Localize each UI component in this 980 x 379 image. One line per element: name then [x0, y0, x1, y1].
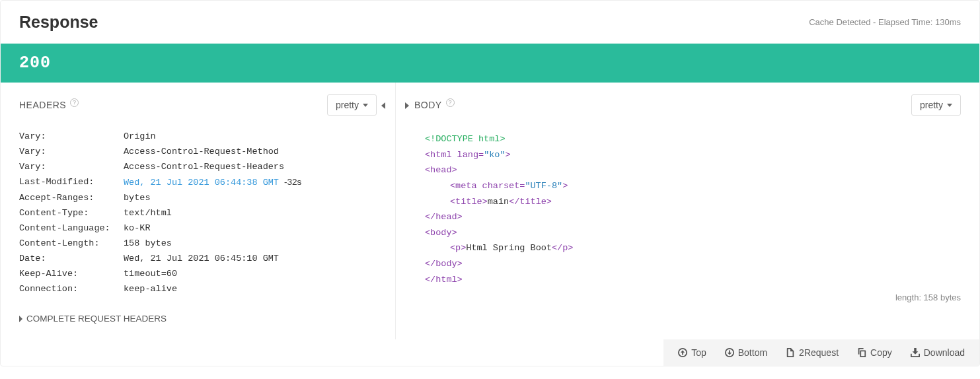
- body-length: length: 158 bytes: [414, 293, 961, 302]
- arrow-up-circle-icon: [678, 348, 687, 357]
- header-row: Vary: Access-Control-Request-Method: [19, 147, 377, 156]
- header-row: Last-Modified: Wed, 21 Jul 2021 06:44:38…: [19, 177, 377, 188]
- header-key: Vary:: [19, 131, 124, 141]
- complete-headers-label: COMPLETE REQUEST HEADERS: [26, 314, 167, 324]
- header-val: text/html: [124, 208, 172, 218]
- bottom-button[interactable]: Bottom: [725, 347, 767, 358]
- code-line: <title>main</title>: [425, 194, 961, 210]
- request-button[interactable]: 2Request: [786, 347, 839, 358]
- headers-title: HEADERS ?: [19, 100, 79, 110]
- code-line: <p>Html Spring Boot</p>: [425, 240, 961, 256]
- header-key: Last-Modified:: [19, 177, 124, 188]
- code-token: >: [506, 150, 511, 160]
- header-val: Access-Control-Request-Method: [124, 147, 279, 156]
- download-label: Download: [924, 347, 965, 358]
- page-title: Response: [19, 13, 98, 32]
- footer-actions: Top Bottom 2Request Copy Download: [663, 339, 979, 366]
- header-row: Vary: Access-Control-Request-Headers: [19, 162, 377, 172]
- code-line: </head>: [425, 209, 961, 225]
- header-age: -32s: [284, 177, 301, 187]
- header-key: Keep-Alive:: [19, 269, 124, 279]
- top-bar: Response Cache Detected - Elapsed Time: …: [1, 1, 979, 44]
- header-key: Vary:: [19, 147, 124, 156]
- code-line: <meta charset="UTF-8">: [425, 178, 961, 194]
- header-row: Content-Language: ko-KR: [19, 223, 377, 233]
- header-val: timeout=60: [124, 269, 177, 279]
- header-row: Accept-Ranges: bytes: [19, 193, 377, 203]
- collapse-left-icon[interactable]: [381, 102, 385, 109]
- code-token: lang=: [457, 150, 484, 160]
- code-line: </body>: [425, 256, 961, 272]
- body-title-text: BODY: [414, 100, 442, 110]
- header-val: Access-Control-Request-Headers: [124, 162, 284, 172]
- code-line: <head>: [425, 162, 961, 178]
- code-token: <p>: [450, 243, 466, 253]
- body-format-label: pretty: [920, 100, 943, 110]
- code-token: Html Spring Boot: [466, 243, 552, 253]
- body-title: BODY ?: [414, 100, 455, 110]
- body-panel-head: BODY ? pretty: [414, 94, 961, 116]
- header-row: Content-Type: text/html: [19, 208, 377, 218]
- header-val-link[interactable]: Wed, 21 Jul 2021 06:44:38 GMT: [124, 178, 279, 188]
- header-key: Accept-Ranges:: [19, 193, 124, 203]
- header-val: ko-KR: [124, 223, 151, 233]
- copy-button[interactable]: Copy: [857, 347, 892, 358]
- top-button[interactable]: Top: [678, 347, 706, 358]
- code-line: <html lang="ko">: [425, 147, 961, 163]
- header-row: Content-Length: 158 bytes: [19, 238, 377, 248]
- collapse-right-icon[interactable]: [405, 102, 409, 109]
- header-val: Origin: [124, 131, 156, 141]
- code-line: <!DOCTYPE html>: [425, 131, 961, 147]
- body-format-dropdown[interactable]: pretty: [911, 94, 961, 116]
- code-token: >: [562, 181, 568, 191]
- headers-format-dropdown[interactable]: pretty: [327, 94, 377, 116]
- headers-title-text: HEADERS: [19, 100, 66, 110]
- caret-down-icon: [363, 104, 368, 107]
- code-token: </head>: [425, 212, 463, 222]
- code-line: <body>: [425, 225, 961, 241]
- caret-down-icon: [947, 104, 952, 107]
- header-val: 158 bytes: [124, 238, 172, 248]
- code-token: charset=: [482, 181, 525, 191]
- response-panel: Response Cache Detected - Elapsed Time: …: [0, 0, 980, 366]
- headers-panel-head: HEADERS ? pretty: [19, 94, 377, 116]
- help-icon[interactable]: ?: [446, 98, 455, 107]
- header-key: Content-Type:: [19, 208, 124, 218]
- header-row: Date: Wed, 21 Jul 2021 06:45:10 GMT: [19, 254, 377, 263]
- status-code: 200: [19, 53, 51, 73]
- header-key: Content-Length:: [19, 238, 124, 248]
- copy-icon: [857, 348, 866, 357]
- code-token: </title>: [509, 197, 552, 207]
- complete-request-headers-toggle[interactable]: COMPLETE REQUEST HEADERS: [19, 314, 377, 324]
- code-line: </html>: [425, 272, 961, 288]
- footer: Top Bottom 2Request Copy Download: [1, 339, 979, 366]
- headers-format-label: pretty: [336, 100, 359, 110]
- header-val: Wed, 21 Jul 2021 06:44:38 GMT -32s: [124, 177, 301, 188]
- triangle-right-icon: [19, 316, 22, 322]
- code-token: "UTF-8": [525, 181, 562, 191]
- headers-panel: HEADERS ? pretty Vary: Origin Vary: Acce…: [1, 83, 396, 339]
- headers-list: Vary: Origin Vary: Access-Control-Reques…: [19, 131, 377, 294]
- header-key: Content-Language:: [19, 223, 124, 233]
- download-button[interactable]: Download: [911, 347, 965, 358]
- code-token: <title>: [450, 197, 488, 207]
- code-token: <meta: [450, 181, 482, 191]
- header-val: Wed, 21 Jul 2021 06:45:10 GMT: [124, 254, 279, 263]
- code-token: <head>: [425, 165, 457, 175]
- cache-info: Cache Detected - Elapsed Time: 130ms: [809, 17, 961, 27]
- body-code: <!DOCTYPE html> <html lang="ko"> <head> …: [425, 131, 961, 287]
- header-val: keep-alive: [124, 284, 177, 294]
- code-token: </html>: [425, 275, 463, 285]
- file-icon: [786, 348, 795, 357]
- copy-label: Copy: [870, 347, 892, 358]
- top-label: Top: [691, 347, 706, 358]
- code-token: main: [488, 197, 509, 207]
- help-icon[interactable]: ?: [70, 98, 79, 107]
- code-token: <body>: [425, 228, 457, 238]
- bottom-label: Bottom: [738, 347, 767, 358]
- body-panel: BODY ? pretty <!DOCTYPE html> <html lang…: [396, 83, 979, 339]
- panels: HEADERS ? pretty Vary: Origin Vary: Acce…: [1, 83, 979, 339]
- header-key: Connection:: [19, 284, 124, 294]
- header-age-text: -32s: [284, 177, 301, 187]
- code-token: <!DOCTYPE html>: [425, 134, 506, 144]
